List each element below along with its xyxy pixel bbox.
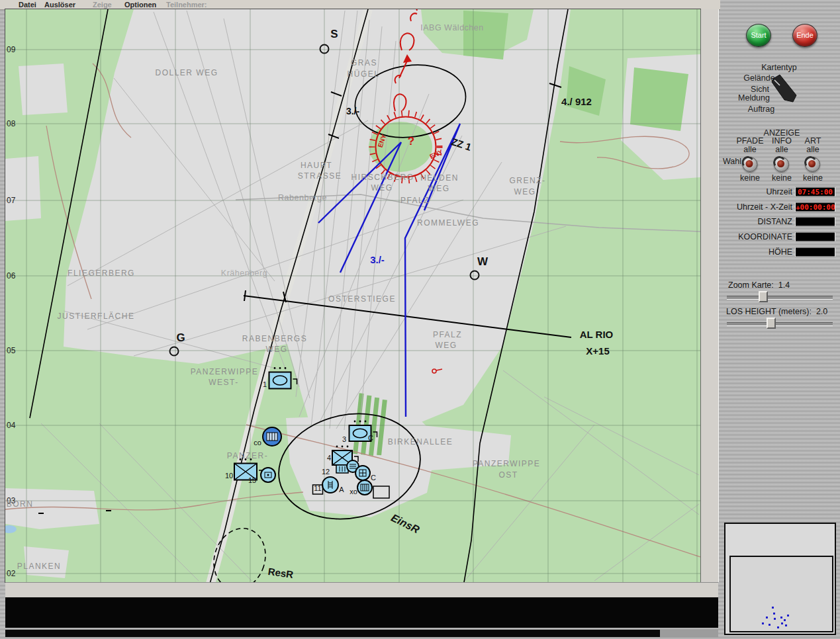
menu-item-auslöser[interactable]: Auslöser bbox=[44, 1, 75, 9]
column-option-keine: keine bbox=[772, 174, 792, 183]
unit-symbol-circ-dot[interactable] bbox=[261, 468, 275, 482]
los-slider-thumb[interactable] bbox=[767, 318, 776, 329]
unit-symbol-circ-ladder[interactable] bbox=[322, 477, 338, 493]
column-option-alle: alle bbox=[772, 146, 792, 154]
minimap-unit-dot bbox=[787, 615, 789, 617]
zoom-slider-thumb[interactable] bbox=[759, 291, 768, 302]
minimap-unit-dot bbox=[762, 622, 764, 624]
minimap-unit-dot bbox=[769, 624, 770, 626]
nav-item-kartentyp[interactable]: Kartentyp bbox=[761, 63, 797, 72]
map-right-gutter bbox=[700, 9, 719, 582]
map-axis-strip bbox=[5, 582, 718, 597]
minimap-unit-dot bbox=[781, 622, 783, 624]
menu-item-optionen[interactable]: Optionen bbox=[124, 1, 156, 9]
readout-label-höhe: HÖHE bbox=[715, 247, 792, 257]
los-slider-value: 2.0 bbox=[816, 307, 827, 316]
column-option-keine: keine bbox=[737, 174, 764, 183]
art-knob[interactable] bbox=[805, 157, 820, 172]
readout-value-distanz bbox=[795, 217, 835, 227]
los-slider-label: LOS HEIGHT (meters): 2.0 bbox=[726, 307, 827, 316]
minimap-unit-dot bbox=[774, 618, 776, 620]
start-button[interactable]: Start bbox=[746, 24, 771, 47]
map-viewport[interactable] bbox=[5, 9, 700, 582]
los-slider-track[interactable] bbox=[727, 322, 833, 326]
readout-label-uhrzeit: Uhrzeit bbox=[715, 187, 792, 196]
unit-symbol-arty[interactable] bbox=[263, 427, 281, 446]
menu-item-teilnehmer: Teilnehmer: bbox=[166, 1, 207, 9]
readout-value-uhrzeit: 07:45:00 bbox=[795, 187, 835, 197]
app-window: DateiAuslöserZeigeOptionenTeilnehmer: bbox=[0, 0, 840, 639]
bottom-scrollbar[interactable] bbox=[5, 630, 718, 637]
nav-item-meldung[interactable]: Meldung bbox=[738, 93, 770, 103]
tactical-map bbox=[5, 9, 700, 582]
minimap-unit-dot bbox=[780, 617, 782, 618]
menu-item-datei[interactable]: Datei bbox=[19, 1, 36, 9]
nav-item-sicht[interactable]: Sicht bbox=[751, 85, 769, 94]
minimap-unit-dot bbox=[766, 617, 768, 618]
info-knob[interactable] bbox=[774, 157, 789, 172]
unit-symbol-circ-bars-v[interactable] bbox=[357, 480, 372, 495]
forest-patch bbox=[463, 11, 508, 60]
readout-label-koordinate: KOORDINATE bbox=[715, 232, 792, 241]
readout-value-höhe bbox=[795, 247, 835, 257]
nav-item-auftrag[interactable]: Auftrag bbox=[748, 105, 774, 114]
column-option-keine: keine bbox=[803, 174, 823, 183]
ende-button[interactable]: Ende bbox=[792, 24, 817, 47]
scrollbar-thumb[interactable] bbox=[660, 630, 718, 637]
readout-label-uhrzeit-x-zeit: Uhrzeit - X-Zeit bbox=[715, 202, 792, 212]
unit-symbol-circ-plus[interactable] bbox=[355, 466, 370, 480]
minimap[interactable] bbox=[724, 523, 836, 635]
pen-icon bbox=[770, 73, 800, 103]
anzeige-column-art: ARTallekeine bbox=[803, 137, 823, 183]
menu-item-zeige: Zeige bbox=[93, 1, 112, 9]
readout-value-koordinate bbox=[795, 232, 835, 242]
minimap-unit-dot bbox=[784, 619, 786, 621]
readout-label-distanz: DISTANZ bbox=[715, 217, 792, 226]
anzeige-column-info: INFOallekeine bbox=[772, 137, 792, 183]
column-option-alle: alle bbox=[737, 146, 764, 154]
forest-patch bbox=[630, 67, 688, 131]
minimap-unit-dot bbox=[773, 613, 775, 615]
minimap-viewport-rect bbox=[729, 556, 833, 632]
zoom-slider-track[interactable] bbox=[727, 296, 833, 300]
bottom-black-panel bbox=[5, 597, 718, 628]
minimap-unit-dot bbox=[777, 626, 779, 628]
column-option-alle: alle bbox=[803, 146, 823, 154]
anzeige-column-pfade: PFADEallekeine bbox=[737, 137, 764, 183]
zoom-slider-label: Zoom Karte: 1.4 bbox=[728, 280, 790, 290]
readout-value-uhrzeit-x-zeit: +00:00:00 bbox=[795, 202, 835, 212]
zoom-slider-value: 1.4 bbox=[778, 280, 790, 290]
pfade-knob[interactable] bbox=[743, 157, 758, 172]
menu-bar: DateiAuslöserZeigeOptionenTeilnehmer: bbox=[0, 0, 720, 10]
minimap-unit-dot bbox=[785, 624, 787, 626]
minimap-unit-dot bbox=[772, 607, 774, 609]
